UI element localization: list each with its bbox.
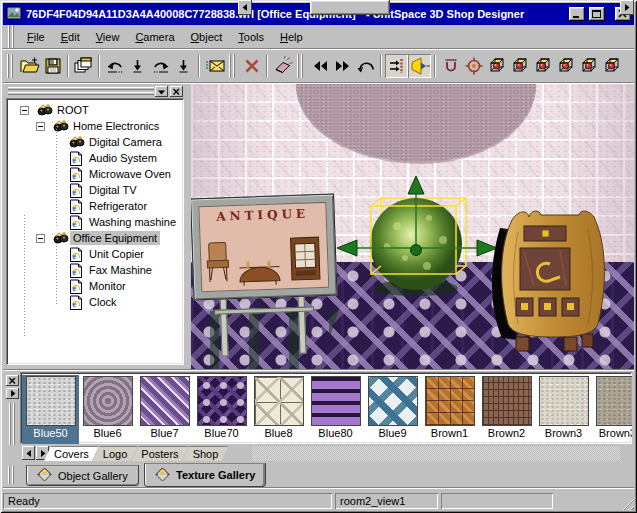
resize-grip[interactable] (621, 497, 634, 510)
gallery-scroll-left-button[interactable] (238, 0, 252, 15)
antique-sign-object[interactable]: ANTIQUE (191, 193, 344, 368)
rotate-view-button[interactable] (354, 54, 377, 78)
panel-close-button[interactable] (170, 86, 183, 97)
weld-button[interactable] (439, 54, 462, 78)
view-cube-button-5[interactable] (577, 54, 600, 78)
tree-node-monitor[interactable]: eMonitor (6, 278, 184, 294)
save-icon (43, 56, 63, 76)
panel-tabs-gripper[interactable] (8, 466, 14, 484)
tree-node-washing-mashine[interactable]: eWashing mashine (6, 214, 184, 230)
delete-button[interactable] (240, 54, 263, 78)
tree-node-unit-copier[interactable]: eUnit Copier (6, 246, 184, 262)
maximize-button[interactable] (589, 7, 605, 21)
panel-tab-object-gallery[interactable]: Object Gallery (26, 465, 139, 486)
snap-wall-icon (387, 56, 407, 76)
menu-file[interactable]: File (19, 28, 53, 46)
undo-history-button[interactable] (126, 54, 149, 78)
cascade-windows-button[interactable] (72, 54, 95, 78)
tabs-scroll-left-button[interactable] (22, 446, 35, 460)
redo-history-button[interactable] (172, 54, 195, 78)
gallery-gripper[interactable] (9, 403, 15, 445)
texture-thumb (140, 376, 190, 426)
tree-node-microwave-oven[interactable]: eMicrowave Oven (6, 166, 184, 182)
panel-gripper[interactable] (8, 87, 154, 90)
minimize-icon (571, 7, 583, 22)
menu-tools[interactable]: Tools (230, 28, 272, 46)
view-cube-button-4[interactable] (554, 54, 577, 78)
snap-to-wall-toggle[interactable] (385, 54, 408, 78)
gallery-expand-button[interactable] (6, 388, 19, 399)
menu-bar: FileEditViewCameraObjectToolsHelp (3, 26, 634, 48)
tree-expand-toggle[interactable] (36, 234, 45, 243)
texture-blue80[interactable]: Blue80 (307, 375, 364, 444)
redo-button[interactable] (149, 54, 172, 78)
toolbar-gripper[interactable] (229, 54, 237, 78)
target-button[interactable] (462, 54, 485, 78)
category-tab-posters[interactable]: Posters (131, 446, 188, 461)
panel-tab-texture-gallery[interactable]: Texture Gallery (144, 463, 266, 487)
menu-help[interactable]: Help (272, 28, 311, 46)
texture-blue7[interactable]: Blue7 (136, 375, 193, 444)
texture-blue50[interactable]: Blue50 (22, 375, 79, 444)
texture-brown1[interactable]: Brown1 (421, 375, 478, 444)
tree-node-home-electronics[interactable]: Home Electronics (6, 118, 184, 134)
texture-brown2[interactable]: Brown2 (478, 375, 535, 444)
minimize-button[interactable] (569, 7, 585, 21)
category-tab-logo[interactable]: Logo (93, 446, 137, 461)
view-cube-button-6[interactable] (600, 54, 623, 78)
gallery-close-button[interactable] (6, 375, 19, 386)
texture-brown3[interactable]: Brown3 (535, 375, 592, 444)
category-tab-shop[interactable]: Shop (183, 446, 229, 461)
texture-blue6[interactable]: Blue6 (79, 375, 136, 444)
tree-node-refrigerator[interactable]: eRefrigerator (6, 198, 184, 214)
gallery-scrollbar[interactable] (252, 446, 620, 461)
view-cube-button-1[interactable] (485, 54, 508, 78)
tree-panel-header[interactable] (6, 86, 184, 97)
mail-button[interactable] (203, 54, 226, 78)
menu-gripper[interactable] (8, 25, 16, 49)
texture-thumb (83, 376, 133, 426)
category-tab-covers[interactable]: Covers (44, 446, 99, 461)
cabinet-object[interactable] (484, 202, 616, 354)
panel-gripper[interactable] (8, 92, 154, 95)
tree-node-clock[interactable]: eClock (6, 294, 184, 310)
tree-node-label: Audio System (86, 151, 160, 165)
texture-brown30[interactable]: Brown30 (592, 375, 632, 444)
tree-node-audio-system[interactable]: eAudio System (6, 150, 184, 166)
gallery-scroll-thumb[interactable] (310, 0, 390, 15)
vrml-item-icon: e (69, 215, 86, 230)
tree-expand-toggle[interactable] (36, 122, 45, 131)
texture-blue70[interactable]: Blue70 (193, 375, 250, 444)
open-button[interactable] (18, 54, 41, 78)
viewport-3d[interactable]: ANTIQUE (191, 84, 634, 369)
panel-menu-button[interactable] (155, 86, 168, 97)
scene-tree[interactable]: ROOTHome ElectronicsDigital CameraeAudio… (6, 98, 184, 365)
texture-label: Blue70 (193, 427, 250, 439)
menu-edit[interactable]: Edit (53, 28, 88, 46)
menu-view[interactable]: View (88, 28, 128, 46)
tree-node-digital-tv[interactable]: eDigital TV (6, 182, 184, 198)
next-view-button[interactable] (331, 54, 354, 78)
view-cube-button-3[interactable] (531, 54, 554, 78)
save-button[interactable] (41, 54, 64, 78)
texture-blue9[interactable]: Blue9 (364, 375, 421, 444)
texture-blue8[interactable]: Blue8 (250, 375, 307, 444)
tree-node-root[interactable]: ROOT (6, 102, 184, 118)
toolbar-gripper[interactable] (7, 54, 15, 78)
window-title: 76DF4F04D94A11D3A4A40008C7728838.wrl [Of… (26, 8, 565, 20)
tree-expand-toggle[interactable] (20, 106, 29, 115)
toolbar-gripper[interactable] (297, 54, 305, 78)
tree-node-office-equipment[interactable]: Office Equipment (6, 230, 184, 246)
menu-object[interactable]: Object (183, 28, 231, 46)
spotlight-toggle[interactable] (408, 54, 431, 78)
gallery-scroll-right-button[interactable] (620, 0, 634, 15)
prev-view-button[interactable] (308, 54, 331, 78)
erase-texture-button[interactable] (271, 54, 294, 78)
tree-node-fax-mashine[interactable]: eFax Mashine (6, 262, 184, 278)
view-cube-button-2[interactable] (508, 54, 531, 78)
undo-button[interactable] (103, 54, 126, 78)
selected-bush-object[interactable] (331, 174, 503, 304)
tree-node-digital-camera[interactable]: Digital Camera (6, 134, 184, 150)
app-icon (6, 5, 22, 23)
menu-camera[interactable]: Camera (127, 28, 182, 46)
